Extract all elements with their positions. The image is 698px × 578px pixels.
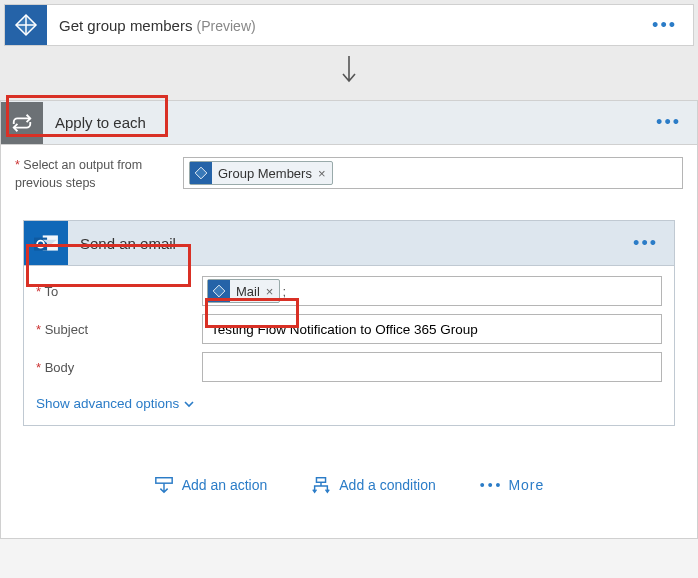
subject-label: * Subject: [36, 322, 186, 337]
svg-rect-3: [155, 478, 171, 483]
send-email-card: Send an email ••• * To Mail × ;: [23, 220, 675, 426]
body-label: * Body: [36, 360, 186, 375]
show-advanced-options-link[interactable]: Show advanced options: [36, 396, 195, 411]
send-email-header[interactable]: Send an email •••: [23, 220, 675, 266]
add-action-icon: [154, 476, 174, 494]
to-input[interactable]: Mail × ;: [202, 276, 662, 306]
subject-input[interactable]: [202, 314, 662, 344]
body-input[interactable]: [202, 352, 662, 382]
add-condition-icon: [311, 476, 331, 494]
azure-ad-icon: [5, 5, 47, 45]
group-members-token[interactable]: Group Members ×: [189, 161, 333, 185]
card-menu-button[interactable]: •••: [636, 15, 693, 36]
azure-ad-icon: [190, 162, 212, 184]
loop-icon: [1, 102, 43, 144]
add-condition-link[interactable]: Add a condition: [311, 476, 436, 494]
more-actions-link[interactable]: ••• More: [480, 477, 545, 493]
azure-ad-icon: [208, 280, 230, 302]
send-email-menu-button[interactable]: •••: [617, 233, 674, 254]
apply-to-each-header[interactable]: Apply to each •••: [1, 101, 697, 145]
outlook-icon: [24, 221, 68, 265]
chevron-down-icon: [183, 398, 195, 410]
svg-rect-1: [34, 238, 47, 251]
mail-token[interactable]: Mail ×: [207, 279, 280, 303]
add-action-link[interactable]: Add an action: [154, 476, 268, 494]
remove-mail-token-button[interactable]: ×: [266, 284, 274, 299]
get-group-members-card[interactable]: Get group members (Preview) •••: [4, 4, 694, 46]
send-email-title: Send an email: [68, 235, 617, 252]
apply-to-each-title: Apply to each: [43, 114, 640, 131]
apply-each-menu-button[interactable]: •••: [640, 112, 697, 133]
svg-rect-4: [317, 478, 326, 483]
flow-arrow: [4, 56, 694, 86]
select-output-input[interactable]: Group Members ×: [183, 157, 683, 189]
get-group-members-title: Get group members (Preview): [47, 17, 636, 34]
remove-token-button[interactable]: ×: [318, 166, 326, 181]
apply-to-each-card: Apply to each ••• * Select an output fro…: [0, 100, 698, 539]
to-label: * To: [36, 284, 186, 299]
select-output-label: * Select an output from previous steps: [15, 157, 165, 192]
